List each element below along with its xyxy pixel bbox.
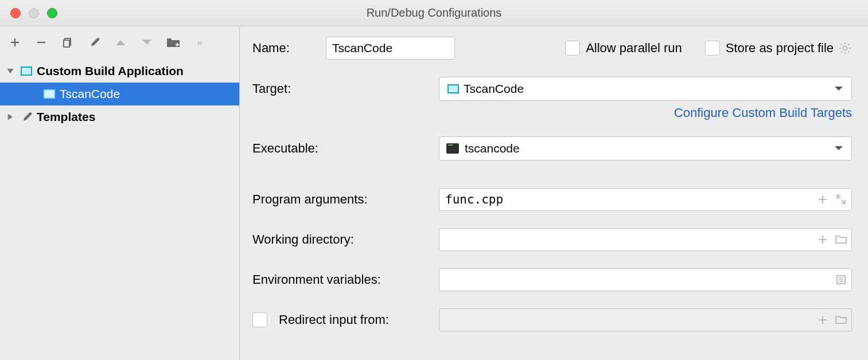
env-vars-input[interactable] xyxy=(439,268,852,291)
store-project-option[interactable]: Store as project file xyxy=(705,41,852,56)
configure-link-row: Configure Custom Build Targets xyxy=(252,105,852,120)
move-down-button[interactable] xyxy=(140,36,154,49)
program-args-row: Program arguments: xyxy=(252,188,852,211)
insert-macro-icon xyxy=(816,314,829,326)
tree-group-label: Custom Build Application xyxy=(37,64,184,78)
env-vars-row: Environment variables: xyxy=(252,268,852,291)
program-args-input[interactable] xyxy=(439,188,852,211)
name-input[interactable] xyxy=(326,37,455,60)
add-config-button[interactable] xyxy=(8,36,22,49)
configure-targets-link[interactable]: Configure Custom Build Targets xyxy=(674,105,852,120)
working-dir-row: Working directory: xyxy=(252,228,852,251)
move-up-button[interactable] xyxy=(114,36,127,49)
titlebar: Run/Debug Configurations xyxy=(0,0,868,26)
chevron-down-icon xyxy=(834,86,843,92)
expand-arrow-icon xyxy=(5,67,16,75)
target-select[interactable]: TscanCode xyxy=(439,77,852,101)
allow-parallel-checkbox[interactable] xyxy=(565,41,580,56)
remove-config-button[interactable] xyxy=(34,36,48,49)
tree-group-templates[interactable]: Templates xyxy=(0,105,239,128)
redirect-input xyxy=(439,308,852,331)
working-dir-input[interactable] xyxy=(439,228,852,251)
edit-list-icon[interactable] xyxy=(835,273,847,286)
program-args-label: Program arguments: xyxy=(252,192,439,207)
working-dir-label: Working directory: xyxy=(252,232,439,247)
main-area: » Custom Build Application TscanCode xyxy=(0,26,868,360)
zoom-window-button[interactable] xyxy=(47,8,57,18)
svg-rect-1 xyxy=(64,40,69,47)
application-icon xyxy=(446,83,460,95)
browse-folder-icon xyxy=(835,314,847,326)
env-vars-label: Environment variables: xyxy=(252,272,439,287)
insert-macro-icon[interactable] xyxy=(816,193,829,206)
name-row: Name: Allow parallel run Store as projec… xyxy=(252,37,852,60)
executable-label: Executable: xyxy=(252,141,439,156)
chevron-down-icon xyxy=(834,146,843,151)
application-icon xyxy=(42,88,56,100)
edit-defaults-button[interactable] xyxy=(87,36,101,49)
name-label: Name: xyxy=(252,41,326,56)
target-value: TscanCode xyxy=(464,82,524,96)
browse-folder-icon[interactable] xyxy=(835,233,847,246)
redirect-label: Redirect input from: xyxy=(279,312,389,327)
application-icon xyxy=(20,65,33,77)
insert-macro-icon[interactable] xyxy=(816,233,829,246)
wrench-icon xyxy=(20,111,33,123)
copy-config-button[interactable] xyxy=(61,36,75,49)
gear-icon[interactable] xyxy=(838,41,852,55)
redirect-row: Redirect input from: xyxy=(252,308,852,331)
more-toolbar-button[interactable]: » xyxy=(193,36,207,49)
target-row: Target: TscanCode xyxy=(252,77,852,101)
sidebar: » Custom Build Application TscanCode xyxy=(0,26,240,360)
tree-group-label: Templates xyxy=(37,110,95,124)
executable-row: Executable: tscancode xyxy=(252,136,852,161)
close-window-button[interactable] xyxy=(10,8,21,18)
config-tree: Custom Build Application TscanCode Templ… xyxy=(0,58,239,360)
config-form: Name: Allow parallel run Store as projec… xyxy=(240,26,868,360)
tree-group-custom-build[interactable]: Custom Build Application xyxy=(0,60,239,83)
executable-select[interactable]: tscancode xyxy=(439,136,852,161)
store-project-label: Store as project file xyxy=(726,41,834,56)
sidebar-toolbar: » xyxy=(0,26,239,58)
minimize-window-button[interactable] xyxy=(29,8,39,18)
traffic-lights xyxy=(10,8,57,18)
svg-point-2 xyxy=(843,46,847,50)
target-label: Target: xyxy=(252,81,439,96)
terminal-icon xyxy=(446,143,459,154)
allow-parallel-label: Allow parallel run xyxy=(586,41,682,56)
expand-icon[interactable] xyxy=(835,193,847,206)
tree-item-tscancode[interactable]: TscanCode xyxy=(0,83,239,105)
executable-value: tscancode xyxy=(465,142,520,155)
folder-button[interactable] xyxy=(166,36,180,49)
window-title: Run/Debug Configurations xyxy=(0,6,868,19)
collapse-arrow-icon xyxy=(5,113,16,121)
tree-item-label: TscanCode xyxy=(60,87,120,101)
store-project-checkbox[interactable] xyxy=(705,41,720,56)
allow-parallel-option[interactable]: Allow parallel run xyxy=(565,41,682,56)
redirect-checkbox[interactable] xyxy=(252,312,267,327)
